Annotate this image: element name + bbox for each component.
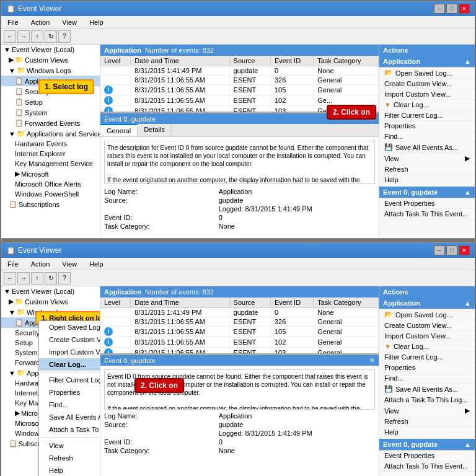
bottom-toolbar-back[interactable]: ← [4,272,16,284]
bottom-table-row[interactable]: i 8/31/2015 11:06:55 AM ESENT 102 Genera… [100,337,379,348]
action-help[interactable]: Help [379,175,475,185]
ctx-find[interactable]: Find... [39,399,100,411]
action-create-view[interactable]: Create Custom View... [379,79,475,89]
tree-root[interactable]: ▼ Event Viewer (Local) [1,45,100,55]
bottom-action-attach-log[interactable]: Attach a Task To This Log... [379,395,475,405]
menu-view[interactable]: View [58,17,81,27]
ctx-attach-task[interactable]: Attach a Task To This Log... [39,423,100,436]
action-refresh[interactable]: Refresh [379,164,475,175]
menu-file[interactable]: File [4,17,22,27]
bottom-action-props[interactable]: Properties [379,363,475,373]
bottom-menu-file[interactable]: File [4,259,22,269]
tree-subscriptions[interactable]: 📋 Subscriptions [1,199,100,209]
bottom-action-filter[interactable]: Filter Current Log... [379,352,475,363]
ctx-refresh[interactable]: Refresh [39,452,100,464]
bottom-table-row[interactable]: 8/31/2015 1:41:49 PM gupdate 0 None [100,308,379,317]
tree-windows-logs[interactable]: ▼ 📁 Windows Logs [1,65,100,76]
tree-powershell[interactable]: Windows PowerShell [1,189,100,199]
bottom-action-create-view[interactable]: Create Custom View... [379,320,475,331]
bottom-table-row[interactable]: 8/31/2015 11:06:55 AM ESENT 326 General [100,317,379,327]
table-row[interactable]: 8/31/2015 11:06:55 AM ESENT 326 General [100,76,379,85]
ctx-import-view[interactable]: Import Custom View... [39,346,100,358]
action-section-event[interactable]: Event 0, gupdate ▲ [379,187,475,198]
bottom-detail-close[interactable]: ✕ [369,356,375,364]
action-view[interactable]: View ▶ [379,153,475,164]
action-save-all[interactable]: 💾 Save All Events As... [379,142,475,153]
bottom-menu-help[interactable]: Help [86,259,107,269]
toolbar-help[interactable]: ? [58,30,71,43]
bottom-toolbar-up[interactable]: ↑ [31,272,43,284]
bottom-action-import[interactable]: Import Custom View... [379,331,475,342]
bottom-action-refresh[interactable]: Refresh [379,416,475,427]
toolbar-forward[interactable]: → [17,30,30,43]
menu-help[interactable]: Help [86,17,107,27]
bottom-toolbar-refresh[interactable]: ↻ [45,272,57,284]
tree-custom-views[interactable]: ▶ 📁 Custom Views [1,55,100,65]
action-event-props[interactable]: Event Properties [379,198,475,209]
table-row[interactable]: 8/31/2015 1:41:49 PM gupdate 0 None [100,66,379,76]
bottom-table-row[interactable]: i 8/31/2015 11:06:55 AM ESENT 103 Genera… [100,348,379,354]
ctx-save-all[interactable]: Save All Events As... [39,411,100,423]
bottom-action-open-saved[interactable]: 📂 Open Saved Log... [379,309,475,320]
bottom-toolbar-help[interactable]: ? [58,272,71,284]
action-filter[interactable]: Filter Current Log... [379,110,475,121]
tree-msoffice[interactable]: Microsoft Office Alerts [1,179,100,189]
table-row[interactable]: i 8/31/2015 11:06:55 AM ESENT 102 Ge... [100,95,379,106]
bottom-action-view[interactable]: View ▶ [379,405,475,416]
toolbar-back[interactable]: ← [4,30,16,43]
bottom-table-row[interactable]: i 8/31/2015 11:06:55 AM ESENT 105 Genera… [100,327,379,337]
table-row[interactable]: i 8/31/2015 11:06:55 AM ESENT 105 Genera… [100,85,379,95]
bottom-tree-custom[interactable]: ▶ 📁 Custom Views [1,296,100,307]
toolbar-refresh[interactable]: ↻ [45,30,57,43]
close-button[interactable]: ✕ [459,4,470,14]
tree-kms[interactable]: Key Management Service [1,159,100,169]
action-properties[interactable]: Properties [379,121,475,131]
action-open-saved[interactable]: 📂 Open Saved Log... [379,68,475,79]
tree-system[interactable]: 📋 System [1,107,100,118]
bottom-action-attach-event[interactable]: Attach Task To This Event... [379,461,475,472]
action-import-view[interactable]: Import Custom View... [379,89,475,100]
tree-ie[interactable]: Internet Explorer [1,149,100,159]
tab-general[interactable]: General [100,124,138,136]
ctx-properties[interactable]: Properties [39,386,100,399]
bottom-menu-view[interactable]: View [58,259,81,269]
tree-forwarded[interactable]: 📋 Forwarded Events [1,118,100,128]
action-clear-log[interactable]: ▼ Clear Log... [379,100,475,110]
event-section-arrow: ▲ [464,188,471,196]
bottom-action-clear[interactable]: ▼ Clear Log... [379,342,475,352]
maximize-button[interactable]: □ [446,4,457,14]
bottom-action-section-event[interactable]: Event 0, gupdate ▲ [379,439,475,451]
top-log-header: Application Number of events: 832 [100,45,379,56]
bottom-menu-action[interactable]: Action [27,259,54,269]
bottom-action-event-props[interactable]: Event Properties [379,451,475,461]
ctx-create-view[interactable]: Create Custom View... [39,333,100,346]
ctx-view[interactable]: View ▶ [39,439,100,452]
minimize-button[interactable]: ─ [434,4,445,14]
tree-microsoft[interactable]: ▶ Microsoft [1,169,100,179]
bottom-tree-root[interactable]: ▼ Event Viewer (Local) [1,286,100,296]
ctx-open-saved[interactable]: Open Saved Log... [39,321,100,333]
ctx-help[interactable]: Help [39,464,100,476]
bottom-action-help[interactable]: Help [379,427,475,438]
bottom-minimize-button[interactable]: ─ [434,245,445,255]
bottom-close-button[interactable]: ✕ [459,245,470,255]
tree-app-services[interactable]: ▼ 📁 Applications and Services Logs [1,128,100,139]
bottom-action-section-app[interactable]: Application ▲ [379,298,475,309]
ctx-filter[interactable]: Filter Current Log... [39,374,100,386]
bottom-actions-header: Actions [379,286,475,298]
menu-action[interactable]: Action [27,17,54,27]
bottom-action-save-all[interactable]: 💾 Save All Events As... [379,384,475,395]
bottom-maximize-button[interactable]: □ [446,245,457,255]
tab-details[interactable]: Details [138,124,172,136]
bottom-action-find[interactable]: Find... [379,373,475,384]
ctx-clear-log[interactable]: Clear Log... [39,358,100,371]
action-attach-task[interactable]: Attach Task To This Event... [379,209,475,219]
action-section-app[interactable]: Application ▲ [379,56,475,68]
action-find[interactable]: Find... [379,131,475,142]
refresh-label: Refresh [384,165,408,173]
actions-header: Actions [379,45,475,56]
toolbar-up[interactable]: ↑ [31,30,43,43]
bottom-toolbar-forward[interactable]: → [17,272,30,284]
tree-setup[interactable]: 📋 Setup [1,97,100,107]
tree-hardware[interactable]: Hardware Events [1,139,100,149]
